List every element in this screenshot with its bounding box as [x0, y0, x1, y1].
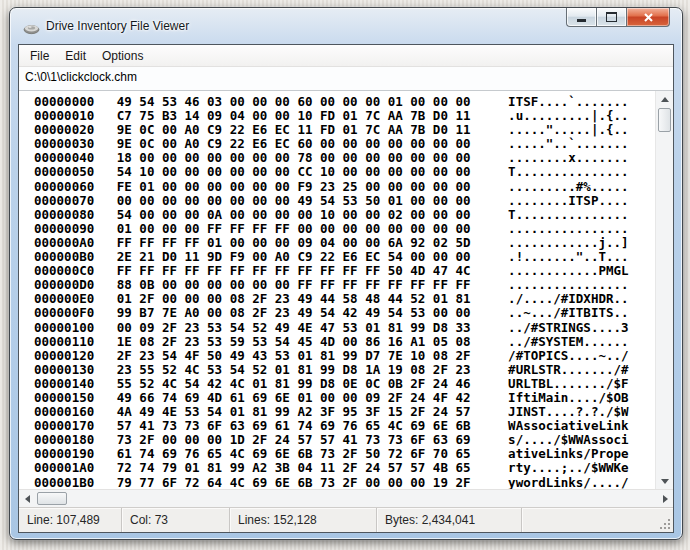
- hex-row: 00000140 55 52 4C 54 42 4C 01 81 99 D8 0…: [34, 377, 655, 391]
- horizontal-scrollbar-thumb[interactable]: [37, 492, 67, 505]
- hex-row: 00000070 00 00 00 00 00 00 00 00 49 54 5…: [34, 194, 655, 208]
- hex-rows[interactable]: 00000000 49 54 53 46 03 00 00 00 60 00 0…: [19, 91, 655, 489]
- hex-row: 000000B0 2E 21 D0 11 9D F9 00 A0 C9 22 E…: [34, 250, 655, 264]
- menu-edit[interactable]: Edit: [57, 47, 94, 65]
- hex-row: 00000160 4A 49 4E 53 54 01 81 99 A2 3F 9…: [34, 405, 655, 419]
- hex-row: 00000050 54 10 00 00 00 00 00 00 CC 10 0…: [34, 165, 655, 179]
- hex-row: 00000130 23 55 52 4C 53 54 52 01 81 99 D…: [34, 363, 655, 377]
- title-bar[interactable]: Drive Inventory File Viewer: [10, 8, 682, 44]
- scroll-right-button[interactable]: [657, 490, 673, 507]
- client-area: File Edit Options C:\0\1\clickclock.chm …: [18, 44, 674, 533]
- status-lines: Lines: 152,128: [230, 508, 377, 532]
- status-col: Col: 73: [122, 508, 230, 532]
- hex-row: 000000A0 FF FF FF FF 01 00 00 00 09 04 0…: [34, 236, 655, 250]
- hex-row: 000000C0 FF FF FF FF FF FF FF FF FF FF F…: [34, 264, 655, 278]
- hex-row: 00000000 49 54 53 46 03 00 00 00 60 00 0…: [34, 95, 655, 109]
- maximize-icon: [606, 12, 617, 22]
- caption-buttons: [566, 8, 670, 27]
- resize-grip-icon[interactable]: [660, 519, 671, 530]
- hex-row: 00000190 61 74 69 76 65 4C 69 6E 6B 73 2…: [34, 447, 655, 461]
- hex-row: 00000010 C7 75 B3 14 09 04 00 00 10 FD 0…: [34, 109, 655, 123]
- hex-row: 00000150 49 66 74 69 4D 61 69 6E 01 00 0…: [34, 391, 655, 405]
- horizontal-scrollbar[interactable]: [19, 489, 673, 507]
- hex-row: 000000F0 99 B7 7E A0 00 08 2F 23 49 54 4…: [34, 306, 655, 320]
- close-icon: [642, 12, 655, 23]
- menu-bar: File Edit Options: [19, 45, 673, 67]
- scroll-up-button[interactable]: [656, 91, 673, 107]
- hex-row: 000000E0 01 2F 00 00 00 08 2F 23 49 44 5…: [34, 292, 655, 306]
- hex-row: 00000020 9E 0C 00 A0 C9 22 E6 EC 11 FD 0…: [34, 123, 655, 137]
- menu-options[interactable]: Options: [94, 47, 151, 65]
- arrow-down-icon: [661, 479, 669, 484]
- hex-row: 000000D0 88 0B 00 00 00 00 00 00 FF FF F…: [34, 278, 655, 292]
- vertical-scrollbar-thumb[interactable]: [658, 108, 671, 132]
- arrow-up-icon: [661, 97, 669, 102]
- hex-row: 00000110 1E 08 2F 23 53 59 53 54 45 4D 0…: [34, 335, 655, 349]
- status-bar: Line: 107,489 Col: 73 Lines: 152,128 Byt…: [19, 507, 673, 532]
- status-empty: [522, 508, 673, 532]
- vertical-scrollbar[interactable]: [655, 91, 673, 489]
- minimize-button[interactable]: [566, 8, 596, 27]
- drive-icon: [23, 20, 40, 35]
- hex-row: 00000040 18 00 00 00 00 00 00 00 78 00 0…: [34, 151, 655, 165]
- hex-viewer: 00000000 49 54 53 46 03 00 00 00 60 00 0…: [19, 91, 673, 489]
- menu-file[interactable]: File: [22, 47, 57, 65]
- arrow-right-icon: [663, 495, 668, 503]
- hex-row: 000001A0 72 74 79 01 81 99 A2 3B 04 11 2…: [34, 461, 655, 475]
- hex-row: 00000090 01 00 00 00 FF FF FF FF 00 00 0…: [34, 222, 655, 236]
- scroll-left-button[interactable]: [19, 490, 35, 507]
- hex-row: 00000100 00 09 2F 23 53 54 52 49 4E 47 5…: [34, 321, 655, 335]
- arrow-left-icon: [25, 495, 30, 503]
- hex-row: 00000030 9E 0C 00 A0 C9 22 E6 EC 60 00 0…: [34, 137, 655, 151]
- hex-row: 00000170 57 41 73 73 6F 63 69 61 74 69 7…: [34, 419, 655, 433]
- status-line: Line: 107,489: [19, 508, 122, 532]
- app-window: Drive Inventory File Viewer File Edit Op…: [9, 7, 683, 540]
- hex-row: 000001B0 79 77 6F 72 64 4C 69 6E 6B 73 2…: [34, 476, 655, 489]
- scroll-down-button[interactable]: [656, 473, 673, 489]
- minimize-icon: [577, 19, 586, 22]
- hex-row: 00000120 2F 23 54 4F 50 49 43 53 01 81 9…: [34, 349, 655, 363]
- hex-row: 00000180 73 2F 00 00 00 1D 2F 24 57 57 4…: [34, 433, 655, 447]
- hex-row: 00000080 54 00 00 00 0A 00 00 00 00 10 0…: [34, 208, 655, 222]
- maximize-button[interactable]: [596, 8, 626, 27]
- hex-row: 00000060 FE 01 00 00 00 00 00 00 F9 23 2…: [34, 180, 655, 194]
- status-bytes: Bytes: 2,434,041: [377, 508, 522, 532]
- close-button[interactable]: [626, 8, 670, 27]
- window-title: Drive Inventory File Viewer: [46, 19, 189, 33]
- file-path-field[interactable]: C:\0\1\clickclock.chm: [19, 67, 673, 91]
